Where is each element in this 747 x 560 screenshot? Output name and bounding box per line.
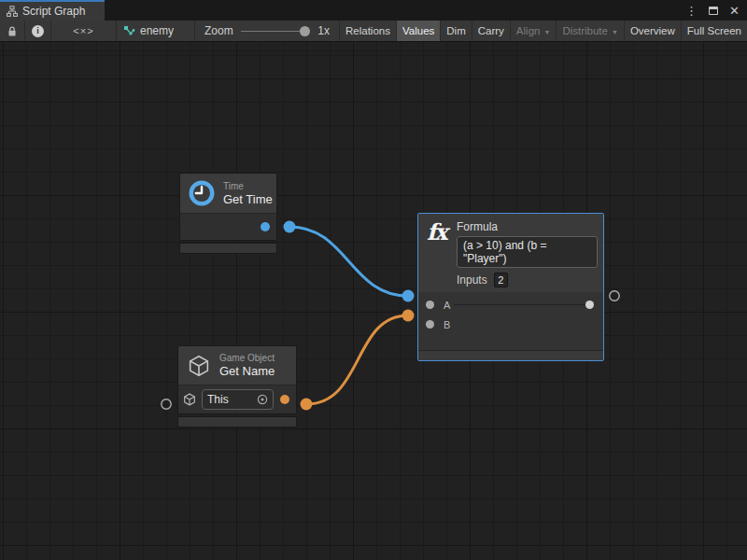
code-icon: <×> [73,25,93,36]
overview-button[interactable]: Overview [625,21,682,41]
zoom-slider-handle[interactable] [300,26,310,36]
info-icon [32,25,44,37]
zoom-slider-track[interactable] [241,31,303,32]
wire-time-to-formula-a[interactable] [289,227,408,296]
target-object-field[interactable]: This [202,389,274,410]
node-footer [177,416,297,427]
port-row-b: B [418,315,603,334]
info-button[interactable] [25,21,51,41]
breadcrumb[interactable]: enemy [117,21,195,41]
node-title: Get Time [223,192,273,207]
get-name-input-port-idle[interactable] [162,399,171,409]
tab-label: Script Graph [22,5,85,18]
wire-endpoint[interactable] [402,290,415,302]
script-graph-window: Script Graph ⋮ ✕ <×> [0,0,747,560]
lock-icon [7,25,18,37]
node-formula[interactable]: fx Formula (a > 10) and (b = "Player") I… [417,213,604,361]
inputs-count-field[interactable]: 2 [494,273,508,287]
cube-icon [186,353,212,379]
formula-input-port-a[interactable] [426,301,434,309]
close-icon[interactable]: ✕ [729,5,740,17]
title-bar: Script Graph ⋮ ✕ [0,0,747,21]
maximize-icon[interactable] [709,7,718,15]
cube-icon [182,392,197,407]
node-title: Get Name [219,364,275,379]
wire-endpoint[interactable] [301,399,313,411]
wire-name-to-formula-b[interactable] [306,315,408,404]
wire-endpoint[interactable] [402,310,415,322]
clock-icon [188,179,216,207]
zoom-control: Zoom 1x [195,21,340,41]
port-label-a: A [444,300,450,311]
tab-script-graph[interactable]: Script Graph [0,0,105,21]
zoom-label: Zoom [204,24,233,37]
graph-canvas[interactable]: Time Get Time [0,42,747,560]
zoom-slider[interactable] [241,25,311,36]
full-screen-button[interactable]: Full Screen [682,21,747,41]
window-menu-icon[interactable]: ⋮ [685,5,698,17]
formula-fx-icon: fx [427,218,446,245]
lock-button[interactable] [0,21,25,41]
values-button[interactable]: Values [397,21,441,41]
formula-output-port[interactable] [585,301,594,309]
node-get-name[interactable]: Game Object Get Name This [177,345,297,427]
formula-output-port-idle[interactable] [610,291,619,301]
wires-layer [0,42,747,560]
node-footer [179,243,277,254]
code-preview-button[interactable]: <×> [51,21,117,41]
port-label-b: B [444,319,450,330]
inputs-label: Inputs [457,273,487,287]
port-row-a: A [418,295,603,315]
dim-button[interactable]: Dim [441,21,472,41]
node-footer [418,350,603,360]
graph-breadcrumb-icon [123,25,135,37]
target-object-value: This [207,393,253,406]
formula-expression-input[interactable]: (a > 10) and (b = "Player") [457,236,598,268]
chevron-down-icon: ▼ [543,29,550,35]
node-get-time[interactable]: Time Get Time [179,173,277,254]
window-controls: ⋮ ✕ [685,0,740,21]
node-title: Formula [457,218,596,236]
node-category: Time [223,180,273,192]
distribute-dropdown[interactable]: Distribute ▼ [557,21,625,41]
wire-endpoint[interactable] [284,221,296,233]
relations-button[interactable]: Relations [340,21,397,41]
node-category: Game Object [219,352,275,364]
graph-toolbar: <×> enemy Zoom 1x Relations Values Dim C… [0,21,747,42]
get-name-output-port[interactable] [280,395,289,404]
align-dropdown[interactable]: Align ▼ [511,21,557,41]
chevron-down-icon: ▼ [612,29,618,35]
relation-line [454,304,587,305]
object-picker-icon[interactable] [257,394,268,405]
get-time-output-port[interactable] [261,222,270,231]
breadcrumb-label: enemy [140,24,174,37]
carry-button[interactable]: Carry [472,21,511,41]
zoom-value: 1x [317,24,330,37]
formula-input-port-b[interactable] [426,320,434,329]
graph-hierarchy-icon [7,6,18,17]
